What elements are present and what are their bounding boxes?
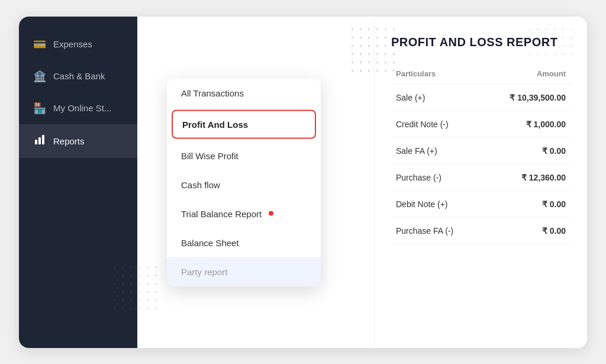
table-row: Sale (+)₹ 10,39,500.00 — [391, 84, 570, 111]
amount-0: ₹ 10,39,500.00 — [482, 84, 570, 111]
table-row: Credit Note (-)₹ 1,000.00 — [391, 111, 570, 137]
menu-item-bill-wise-profit[interactable]: Bill Wise Profit — [167, 141, 321, 170]
dots-pattern-left — [352, 28, 398, 75]
main-container: // Will be rendered after DOM 💳 Expenses… — [19, 17, 587, 348]
menu-item-cash-flow[interactable]: Cash flow — [167, 170, 321, 199]
menu-item-all-transactions[interactable]: All Transactions — [167, 78, 321, 107]
amount-1: ₹ 1,000.00 — [482, 111, 570, 137]
menu-label-balance-sheet: Balance Sheet — [181, 237, 239, 247]
sidebar-label-online-store: My Online St... — [53, 103, 111, 113]
bank-icon: 🏦 — [33, 70, 46, 83]
sidebar-label-cash-bank: Cash & Bank — [53, 71, 105, 81]
col-particulars: Particulars — [391, 63, 482, 85]
sidebar-item-cash-bank[interactable]: 🏦 Cash & Bank — [19, 60, 137, 92]
notification-badge — [269, 211, 273, 216]
store-icon: 🏪 — [33, 102, 46, 115]
menu-label-trial-balance: Trial Balance Report — [181, 208, 262, 218]
report-panel: PROFIT AND LOSS REPORT Particulars Amoun… — [374, 17, 587, 348]
sidebar-label-reports: Reports — [53, 136, 85, 146]
sidebar-item-online-store[interactable]: 🏪 My Online St... — [19, 92, 137, 124]
amount-3: ₹ 12,360.00 — [482, 164, 570, 191]
expenses-icon: 💳 — [33, 38, 46, 51]
report-table: Particulars Amount Sale (+)₹ 10,39,500.0… — [391, 63, 570, 244]
dropdown-menu: All TransactionsProfit And LossBill Wise… — [167, 78, 321, 286]
sidebar-label-expenses: Expenses — [53, 39, 92, 49]
particular-3: Purchase (-) — [391, 164, 482, 191]
menu-item-balance-sheet[interactable]: Balance Sheet — [167, 228, 321, 257]
particular-5: Purchase FA (-) — [391, 217, 482, 244]
menu-label-party-report: Party report — [181, 266, 227, 276]
menu-label-profit-and-loss: Profit And Loss — [182, 119, 248, 129]
menu-item-trial-balance[interactable]: Trial Balance Report — [167, 199, 321, 228]
sidebar-item-expenses[interactable]: 💳 Expenses — [19, 28, 137, 60]
svg-rect-0 — [35, 140, 37, 144]
particular-4: Debit Note (+) — [391, 191, 482, 217]
menu-label-all-transactions: All Transactions — [181, 88, 244, 98]
table-row: Purchase FA (-)₹ 0.00 — [391, 217, 570, 244]
svg-rect-1 — [38, 137, 41, 144]
table-row: Sale FA (+)₹ 0.00 — [391, 137, 570, 164]
reports-icon — [33, 134, 46, 149]
particular-0: Sale (+) — [391, 84, 482, 111]
svg-rect-2 — [42, 135, 44, 144]
amount-5: ₹ 0.00 — [482, 217, 570, 244]
menu-item-party-report[interactable]: Party report — [167, 257, 321, 286]
sidebar: 💳 Expenses 🏦 Cash & Bank 🏪 My Online St.… — [19, 17, 137, 348]
menu-item-profit-and-loss[interactable]: Profit And Loss — [172, 109, 316, 138]
menu-label-bill-wise-profit: Bill Wise Profit — [181, 150, 238, 160]
content-area: All TransactionsProfit And LossBill Wise… — [137, 17, 374, 348]
dots-pattern-top-right: // Will be rendered after DOM — [529, 28, 575, 58]
amount-4: ₹ 0.00 — [482, 191, 570, 217]
amount-2: ₹ 0.00 — [482, 137, 570, 164]
menu-label-cash-flow: Cash flow — [181, 179, 220, 189]
sidebar-item-reports[interactable]: Reports — [19, 124, 137, 158]
col-amount: Amount — [482, 63, 570, 85]
table-row: Debit Note (+)₹ 0.00 — [391, 191, 570, 217]
table-row: Purchase (-)₹ 12,360.00 — [391, 164, 570, 191]
particular-2: Sale FA (+) — [391, 137, 482, 164]
particular-1: Credit Note (-) — [391, 111, 482, 137]
